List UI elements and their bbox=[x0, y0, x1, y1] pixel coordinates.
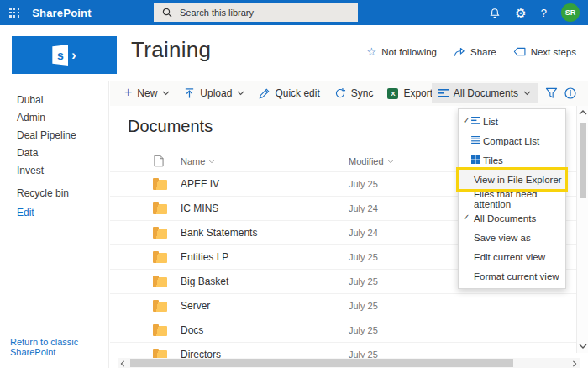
quick-edit-button[interactable]: Quick edit bbox=[259, 87, 319, 99]
upload-icon bbox=[184, 87, 195, 99]
follow-button[interactable]: ☆ Not following bbox=[366, 46, 437, 57]
scroll-down-icon[interactable] bbox=[579, 344, 587, 349]
scroll-right-icon[interactable] bbox=[572, 360, 577, 367]
file-name[interactable]: Big Basket bbox=[181, 276, 228, 287]
sidebar-item-recycle-bin[interactable]: Recycle bin bbox=[0, 185, 108, 202]
sort-chevron-icon bbox=[387, 160, 394, 164]
horizontal-scroll-thumb[interactable] bbox=[130, 359, 513, 367]
scroll-up-icon[interactable] bbox=[579, 110, 587, 115]
view-selector-label: All Documents bbox=[454, 87, 518, 99]
file-name[interactable]: APEF IV bbox=[181, 178, 219, 190]
follow-label: Not following bbox=[381, 47, 437, 57]
share-icon bbox=[454, 47, 465, 57]
suite-bar: SharePoint ⚙ ? SR bbox=[0, 0, 588, 25]
sidebar-item-admin[interactable]: Admin bbox=[0, 109, 108, 127]
vertical-scroll-thumb[interactable] bbox=[580, 123, 586, 198]
site-title: Training bbox=[131, 37, 211, 63]
menu-item-view-in-file-explorer[interactable]: View in File Explorer bbox=[459, 170, 565, 189]
brand-title[interactable]: SharePoint bbox=[32, 7, 92, 19]
chevron-down-icon bbox=[162, 91, 170, 96]
star-icon: ☆ bbox=[366, 46, 376, 57]
menu-item-format-current-view[interactable]: Format current view bbox=[459, 266, 565, 286]
check-icon: ✓ bbox=[463, 116, 470, 126]
search-box[interactable] bbox=[154, 3, 358, 22]
modified-date: July 25 bbox=[349, 179, 378, 189]
upload-button[interactable]: Upload bbox=[184, 87, 244, 99]
site-logo[interactable]: s › bbox=[12, 36, 117, 74]
new-button[interactable]: + New bbox=[124, 87, 170, 99]
modified-date: July 25 bbox=[349, 276, 378, 287]
modified-date: July 24 bbox=[349, 203, 378, 213]
quick-edit-label: Quick edit bbox=[275, 87, 319, 99]
menu-item-files-that-need-attention[interactable]: Files that need attention bbox=[459, 189, 565, 208]
column-header-name[interactable]: Name bbox=[181, 156, 215, 166]
suite-bar-right: ⚙ ? SR bbox=[489, 0, 580, 25]
return-classic-link[interactable]: Return to classic SharePoint bbox=[10, 337, 108, 357]
list-view-icon bbox=[438, 89, 449, 97]
file-name[interactable]: Bank Statements bbox=[181, 227, 257, 239]
funnel-icon bbox=[545, 87, 558, 99]
file-name[interactable]: Docs bbox=[181, 324, 203, 336]
sharepoint-app: SharePoint ⚙ ? SR s › Training ☆ bbox=[0, 0, 588, 368]
app-launcher-waffle-icon[interactable] bbox=[9, 8, 19, 18]
menu-item-tiles[interactable]: Tiles bbox=[459, 150, 565, 170]
menu-item-save-view-as[interactable]: Save view as bbox=[459, 228, 565, 247]
new-label: New bbox=[137, 87, 157, 99]
menu-item-compact-list[interactable]: Compact List bbox=[459, 131, 565, 150]
menu-item-list[interactable]: ✓ List bbox=[459, 112, 565, 131]
sync-label: Sync bbox=[351, 87, 374, 99]
document-type-icon[interactable] bbox=[154, 155, 164, 167]
folder-icon bbox=[153, 277, 167, 287]
notifications-bell-icon[interactable] bbox=[489, 7, 501, 19]
share-button[interactable]: Share bbox=[454, 47, 496, 57]
file-name[interactable]: Server bbox=[181, 300, 210, 312]
plus-icon: + bbox=[124, 86, 132, 99]
sidebar-item-data[interactable]: Data bbox=[0, 145, 108, 162]
settings-gear-icon[interactable]: ⚙ bbox=[515, 7, 526, 19]
site-header: s › Training ☆ Not following Share Next … bbox=[0, 25, 588, 81]
table-row[interactable]: Docs July 25 bbox=[110, 318, 576, 342]
scroll-left-icon[interactable] bbox=[120, 360, 125, 367]
folder-icon bbox=[153, 302, 167, 312]
table-row[interactable]: Server July 25 bbox=[110, 293, 576, 318]
sharepoint-logo-icon: s bbox=[52, 45, 68, 66]
upload-label: Upload bbox=[200, 87, 232, 99]
folder-icon bbox=[153, 180, 167, 190]
chevron-down-icon bbox=[237, 91, 244, 96]
sidebar-item-invest[interactable]: Invest bbox=[0, 162, 108, 180]
search-input[interactable] bbox=[178, 7, 328, 18]
modified-date: July 24 bbox=[349, 228, 378, 238]
filter-button[interactable] bbox=[545, 87, 558, 99]
view-selector-button[interactable]: All Documents bbox=[432, 83, 538, 103]
compact-list-icon bbox=[471, 136, 480, 144]
command-bar: + New Upload Quick edit Sync X Export to bbox=[110, 81, 588, 106]
folder-icon bbox=[153, 204, 167, 214]
next-steps-label: Next steps bbox=[531, 47, 576, 57]
sidebar-edit-link[interactable]: Edit bbox=[0, 204, 108, 222]
excel-icon: X bbox=[387, 88, 398, 99]
chevron-down-icon bbox=[523, 91, 531, 96]
share-label: Share bbox=[470, 47, 496, 57]
sync-button[interactable]: Sync bbox=[334, 87, 374, 99]
column-header-modified[interactable]: Modified bbox=[349, 156, 394, 166]
sharepoint-logo-chevron-icon: › bbox=[71, 49, 76, 62]
help-icon[interactable]: ? bbox=[541, 7, 547, 19]
sidebar-item-dubai[interactable]: Dubai bbox=[0, 92, 108, 109]
file-name[interactable]: IC MINS bbox=[181, 202, 218, 214]
site-actions: ☆ Not following Share Next steps bbox=[366, 46, 576, 57]
file-name[interactable]: Entities LP bbox=[181, 251, 228, 263]
menu-item-edit-current-view[interactable]: Edit current view bbox=[459, 247, 565, 266]
sidebar-item-deal-pipeline[interactable]: Deal Pipeline bbox=[0, 127, 108, 145]
next-steps-button[interactable]: Next steps bbox=[513, 47, 576, 57]
modified-date: July 25 bbox=[349, 301, 378, 311]
folder-icon bbox=[153, 253, 167, 263]
info-button[interactable] bbox=[564, 87, 576, 99]
vertical-scrollbar[interactable] bbox=[576, 106, 588, 353]
horizontal-scrollbar[interactable] bbox=[118, 358, 580, 368]
search-icon bbox=[162, 8, 172, 18]
view-options-menu: ✓ List Compact List bbox=[458, 108, 566, 289]
page-title: Documents bbox=[128, 117, 213, 136]
menu-item-all-documents[interactable]: ✓ All Documents bbox=[459, 208, 565, 228]
sidebar-nav: Dubai Admin Deal Pipeline Data Invest Re… bbox=[0, 81, 109, 368]
avatar[interactable]: SR bbox=[561, 3, 580, 22]
